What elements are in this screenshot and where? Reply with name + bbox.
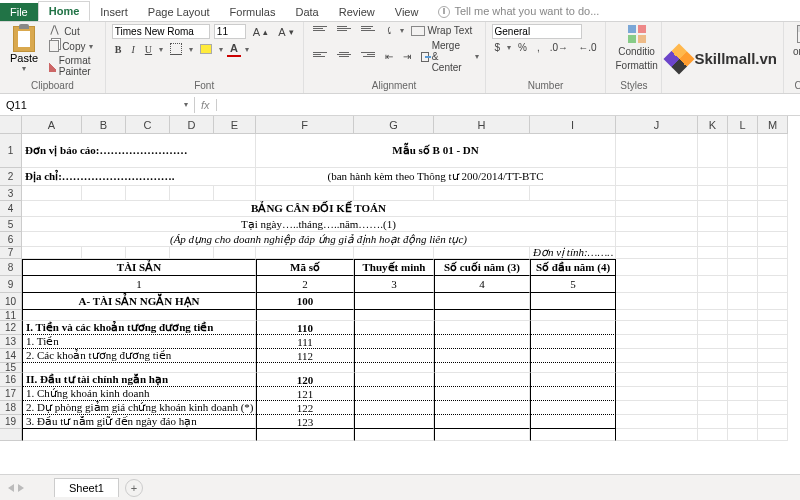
- cell[interactable]: [698, 401, 728, 415]
- row-header[interactable]: 15: [0, 363, 22, 373]
- cell[interactable]: [728, 217, 758, 232]
- cell[interactable]: 5: [530, 276, 616, 293]
- cell[interactable]: II. Đầu tư tài chính ngắn hạn: [22, 373, 256, 387]
- cell[interactable]: 121: [256, 387, 354, 401]
- cell[interactable]: [354, 429, 434, 441]
- row-header[interactable]: 12: [0, 321, 22, 335]
- row-header[interactable]: 9: [0, 276, 22, 293]
- bold-button[interactable]: B: [112, 43, 125, 56]
- cell[interactable]: 2. Dự phòng giảm giá chứng khoán kinh do…: [22, 401, 256, 415]
- accounting-format-button[interactable]: $: [492, 41, 504, 54]
- cell[interactable]: [758, 415, 788, 429]
- cell[interactable]: [728, 168, 758, 186]
- tab-insert[interactable]: Insert: [90, 3, 138, 21]
- cell[interactable]: BẢNG CÂN ĐỐI KẾ TOÁN: [22, 201, 616, 217]
- cell[interactable]: [616, 134, 698, 168]
- cell[interactable]: [698, 415, 728, 429]
- cell[interactable]: [728, 310, 758, 321]
- column-header[interactable]: C: [126, 116, 170, 134]
- cell[interactable]: [530, 373, 616, 387]
- cell[interactable]: [758, 349, 788, 363]
- cell[interactable]: [616, 168, 698, 186]
- cell[interactable]: [170, 186, 214, 201]
- cell[interactable]: [434, 363, 530, 373]
- cell[interactable]: [170, 247, 214, 259]
- row-header[interactable]: 17: [0, 387, 22, 401]
- row-header[interactable]: 4: [0, 201, 22, 217]
- column-header[interactable]: E: [214, 116, 256, 134]
- cell[interactable]: 1. Tiền: [22, 335, 256, 349]
- cell[interactable]: [698, 363, 728, 373]
- cell[interactable]: A- TÀI SẢN NGẮN HẠN: [22, 293, 256, 310]
- cell[interactable]: [758, 387, 788, 401]
- cell[interactable]: [698, 168, 728, 186]
- row-header[interactable]: 7: [0, 247, 22, 259]
- cell[interactable]: [758, 401, 788, 415]
- row-header[interactable]: 1: [0, 134, 22, 168]
- cell[interactable]: [728, 321, 758, 335]
- cell[interactable]: [22, 429, 256, 441]
- underline-button[interactable]: U: [142, 43, 155, 56]
- cell[interactable]: 122: [256, 401, 354, 415]
- cell[interactable]: I. Tiền và các khoản tương đương tiền: [22, 321, 256, 335]
- cell[interactable]: Mẫu số B 01 - DN: [256, 134, 616, 168]
- cell[interactable]: [616, 401, 698, 415]
- row-header[interactable]: 16: [0, 373, 22, 387]
- cell[interactable]: [758, 232, 788, 247]
- column-header[interactable]: L: [728, 116, 758, 134]
- border-button[interactable]: [167, 42, 185, 56]
- cell[interactable]: [354, 247, 434, 259]
- cell[interactable]: [728, 415, 758, 429]
- cell[interactable]: Thuyết minh: [354, 259, 434, 276]
- cell[interactable]: [758, 293, 788, 310]
- tab-home[interactable]: Home: [38, 1, 91, 21]
- row-header[interactable]: 10: [0, 293, 22, 310]
- cell[interactable]: [82, 247, 126, 259]
- new-sheet-button[interactable]: +: [125, 479, 143, 497]
- cell[interactable]: [354, 310, 434, 321]
- font-family-select[interactable]: [112, 24, 210, 39]
- cell[interactable]: [758, 201, 788, 217]
- cell[interactable]: [530, 387, 616, 401]
- cell[interactable]: [126, 186, 170, 201]
- cell[interactable]: 3. Đầu tư nắm giữ đến ngày đáo hạn: [22, 415, 256, 429]
- cell[interactable]: [530, 310, 616, 321]
- cell[interactable]: (Áp dụng cho doanh nghiệp đáp ứng giả đị…: [22, 232, 616, 247]
- cell[interactable]: [728, 134, 758, 168]
- cell[interactable]: [616, 321, 698, 335]
- cell[interactable]: [22, 310, 256, 321]
- comma-format-button[interactable]: ,: [534, 41, 543, 54]
- paste-button[interactable]: Paste ▾: [6, 24, 42, 78]
- increase-font-button[interactable]: A▴: [250, 25, 271, 39]
- cell[interactable]: [434, 293, 530, 310]
- cell[interactable]: [530, 335, 616, 349]
- cut-button[interactable]: Cut: [46, 24, 83, 38]
- cell[interactable]: [434, 335, 530, 349]
- cell[interactable]: [434, 415, 530, 429]
- cell[interactable]: Địa chỉ:………………………….: [22, 168, 256, 186]
- cell[interactable]: [698, 217, 728, 232]
- increase-decimal-button[interactable]: .0→: [547, 41, 571, 54]
- conditional-formatting-button[interactable]: Conditio Formattin: [612, 24, 660, 72]
- align-top-button[interactable]: [310, 25, 330, 37]
- cell[interactable]: [728, 373, 758, 387]
- column-header[interactable]: J: [616, 116, 698, 134]
- decrease-font-button[interactable]: A▾: [275, 25, 296, 39]
- cell[interactable]: [354, 321, 434, 335]
- cell[interactable]: [256, 363, 354, 373]
- cell[interactable]: [256, 429, 354, 441]
- cell[interactable]: [434, 387, 530, 401]
- cell[interactable]: [530, 186, 616, 201]
- cell[interactable]: Đơn vị tính:………..: [530, 247, 616, 259]
- cell[interactable]: [758, 335, 788, 349]
- column-header[interactable]: A: [22, 116, 82, 134]
- cell[interactable]: [758, 310, 788, 321]
- align-center-button[interactable]: [334, 51, 354, 63]
- fx-button[interactable]: fx: [195, 99, 217, 111]
- cell[interactable]: (ban hành kèm theo Thông tư 200/2014/TT-…: [256, 168, 616, 186]
- row-header[interactable]: 18: [0, 401, 22, 415]
- row-header[interactable]: 14: [0, 349, 22, 363]
- cell[interactable]: [434, 247, 530, 259]
- cell[interactable]: [728, 429, 758, 441]
- cell[interactable]: [530, 349, 616, 363]
